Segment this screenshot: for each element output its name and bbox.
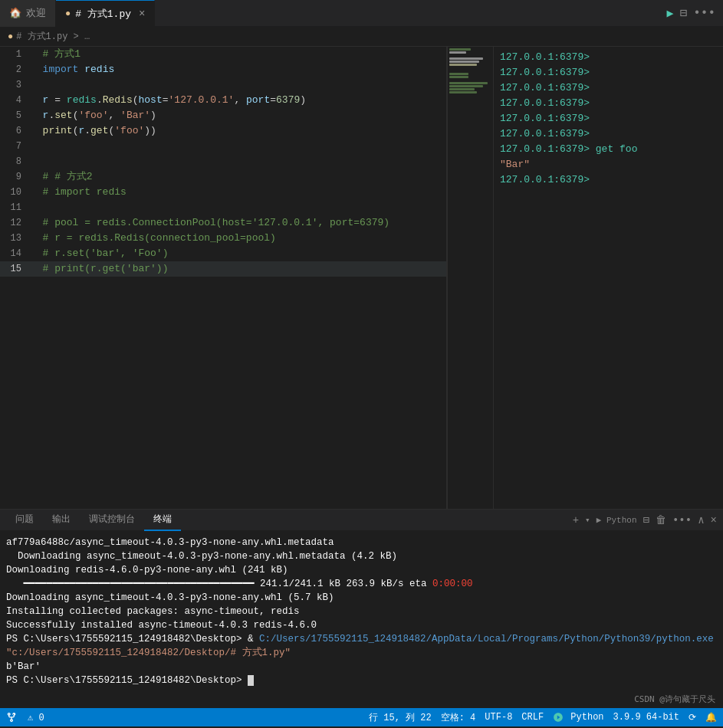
tab-debug[interactable]: 调试控制台	[80, 510, 144, 531]
list-item: "Bar"	[500, 157, 717, 172]
list-item: af779a6488c/async_timeout-4.0.3-py3-none…	[6, 536, 717, 549]
status-right: 行 15, 列 22 空格: 4 UTF-8 CRLF Python 3.9.9…	[369, 711, 717, 724]
indentation[interactable]: 空格: 4	[441, 711, 476, 724]
split-icon[interactable]: ⊟	[680, 5, 688, 21]
table-row: 6 print(r.get('foo'))	[0, 123, 446, 139]
code-container: 1 # 方式1 2 import redis 3 4 r = redis.Red…	[0, 47, 446, 277]
table-row: 3	[0, 77, 446, 93]
table-row: 2 import redis	[0, 62, 446, 77]
status-bar: ⚠ 0 行 15, 列 22 空格: 4 UTF-8 CRLF Python 3…	[0, 708, 723, 726]
delete-terminal-icon[interactable]: 🗑	[656, 514, 666, 526]
list-item: PS C:\Users\1755592115_124918482\Desktop…	[6, 674, 717, 687]
close-panel-button[interactable]: ×	[711, 514, 717, 526]
list-item: 127.0.0.1:6379> get foo	[500, 142, 717, 157]
list-item: Installing collected packages: async-tim…	[6, 605, 717, 618]
notification-icon[interactable]: 🔔	[705, 712, 717, 723]
sync-icon[interactable]: ⟳	[688, 712, 696, 723]
bottom-panel: 问题 输出 调试控制台 终端 + ▾ ▶ Python ⊟ 🗑 ••• ∧ × …	[0, 509, 723, 708]
table-row: 12 # pool = redis.ConnectionPool(host='1…	[0, 215, 446, 231]
welcome-icon: 🏠	[9, 7, 21, 19]
tab-output[interactable]: 输出	[43, 510, 80, 531]
list-item: 127.0.0.1:6379>	[500, 172, 717, 188]
more-icon[interactable]: •••	[693, 6, 715, 20]
redis-output: 127.0.0.1:6379> 127.0.0.1:6379> 127.0.0.…	[500, 50, 717, 188]
table-row: 11	[0, 200, 446, 215]
list-item: 127.0.0.1:6379>	[500, 65, 717, 80]
list-item: b'Bar'	[6, 660, 717, 674]
more-terminal-icon[interactable]: •••	[672, 514, 692, 526]
watermark: CSDN @诗句藏于尺头	[634, 694, 715, 705]
list-item: 127.0.0.1:6379>	[500, 96, 717, 111]
tab-welcome[interactable]: 🏠 欢迎	[0, 0, 56, 27]
language-mode[interactable]: Python	[553, 712, 603, 723]
main-area: 1 # 方式1 2 import redis 3 4 r = redis.Red…	[0, 47, 723, 509]
list-item: Downloading redis-4.6.0-py3-none-any.whl…	[6, 563, 717, 577]
table-row: 5 r.set('foo', 'Bar')	[0, 108, 446, 123]
editor[interactable]: 1 # 方式1 2 import redis 3 4 r = redis.Red…	[0, 47, 447, 509]
split-terminal-icon[interactable]: ⊟	[643, 513, 649, 526]
list-item: Downloading async_timeout-4.0.3-py3-none…	[6, 549, 717, 563]
tab-bar: 🏠 欢迎 ● # 方式1.py × ▶ ⊟ •••	[0, 0, 723, 27]
list-item: ━━━━━━━━━━━━━━━━━━━━━━━━━━━━━━━━━━━━━━━━…	[6, 577, 717, 591]
minimap	[447, 47, 493, 509]
list-item: PS C:\Users\1755592115_124918482\Desktop…	[6, 632, 717, 660]
add-terminal-button[interactable]: +	[573, 514, 579, 526]
line-ending[interactable]: CRLF	[521, 712, 544, 723]
tab-file-label: # 方式1.py	[75, 7, 131, 21]
minimap-content	[448, 47, 493, 96]
table-row: 7	[0, 139, 446, 154]
list-item: 127.0.0.1:6379>	[500, 111, 717, 126]
tab-terminal-label: 终端	[153, 513, 172, 526]
table-row: 10 # import redis	[0, 185, 446, 200]
table-row: 1 # 方式1	[0, 47, 446, 62]
table-row: 9 # # 方式2	[0, 169, 446, 185]
tab-close-button[interactable]: ×	[139, 8, 145, 20]
run-terminal-button[interactable]: ▶ Python	[596, 515, 637, 525]
terminal-dropdown-icon[interactable]: ▾	[585, 515, 590, 525]
panel-tabs: 问题 输出 调试控制台 终端 + ▾ ▶ Python ⊟ 🗑 ••• ∧ ×	[0, 510, 723, 531]
list-item: Successfully installed async-timeout-4.0…	[6, 618, 717, 632]
tab-file[interactable]: ● # 方式1.py ×	[56, 0, 155, 27]
cursor-position[interactable]: 行 15, 列 22	[369, 711, 432, 724]
python-version[interactable]: 3.9.9 64-bit	[613, 712, 679, 723]
toolbar-right: ▶ ⊟ •••	[667, 5, 723, 21]
table-row: 8	[0, 154, 446, 169]
terminal-content[interactable]: af779a6488c/async_timeout-4.0.3-py3-none…	[0, 531, 723, 708]
language-label: Python	[570, 712, 603, 723]
panel-actions: + ▾ ▶ Python ⊟ 🗑 ••• ∧ ×	[573, 513, 717, 526]
tab-output-label: 输出	[52, 513, 71, 526]
tab-issues[interactable]: 问题	[6, 510, 43, 531]
file-icon: ●	[8, 31, 13, 42]
list-item: Downloading async_timeout-4.0.3-py3-none…	[6, 591, 717, 605]
table-row: 4 r = redis.Redis(host='127.0.0.1', port…	[0, 93, 446, 108]
tab-debug-label: 调试控制台	[89, 513, 135, 526]
list-item: 127.0.0.1:6379>	[500, 126, 717, 142]
breadcrumb: ● # 方式1.py > …	[0, 27, 723, 47]
breadcrumb-path: # 方式1.py > …	[16, 30, 90, 43]
error-count[interactable]: ⚠ 0	[28, 712, 44, 723]
table-row: 15 # print(r.get('bar'))	[0, 261, 446, 277]
table-row: 13 # r = redis.Redis(connection_pool=poo…	[0, 231, 446, 246]
tab-modified-indicator: ●	[65, 8, 71, 19]
encoding[interactable]: UTF-8	[485, 712, 512, 723]
tab-issues-label: 问题	[15, 513, 34, 526]
tab-terminal[interactable]: 终端	[144, 510, 181, 531]
maximize-terminal-icon[interactable]: ∧	[698, 513, 704, 526]
run-button[interactable]: ▶	[667, 6, 674, 21]
list-item: 127.0.0.1:6379>	[500, 50, 717, 65]
watermark-text: CSDN @诗句藏于尺头	[634, 694, 715, 704]
tab-welcome-label: 欢迎	[26, 6, 46, 20]
status-left: ⚠ 0	[6, 712, 44, 723]
right-panel: 127.0.0.1:6379> 127.0.0.1:6379> 127.0.0.…	[493, 47, 723, 509]
git-branch[interactable]	[6, 712, 18, 723]
list-item: 127.0.0.1:6379>	[500, 80, 717, 96]
table-row: 14 # r.set('bar', 'Foo')	[0, 246, 446, 261]
